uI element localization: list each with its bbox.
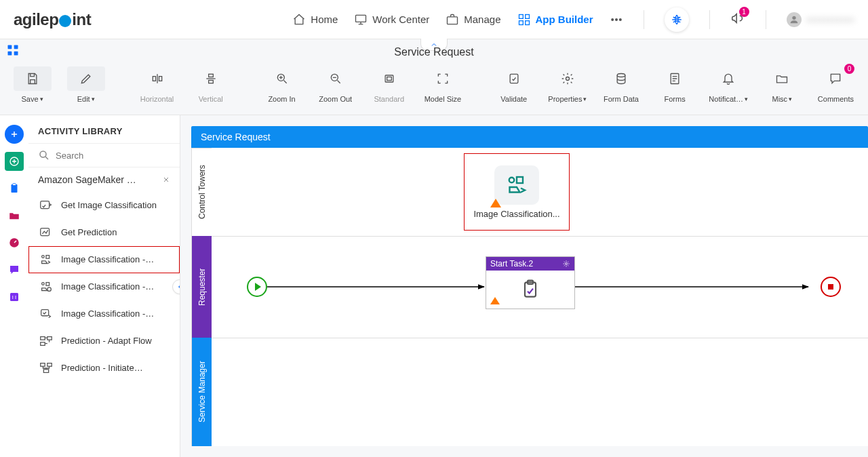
announcements-button[interactable]: 1 [730, 11, 745, 28]
misc-button[interactable]: Misc▾ [758, 66, 806, 103]
zoom-model-size-button[interactable]: Model Size [418, 66, 467, 103]
canvas-activity-label: Image Classification... [473, 209, 559, 219]
layout-horizontal-icon [138, 66, 176, 91]
rail-add-button[interactable] [5, 125, 24, 144]
app-switcher-button[interactable] [0, 43, 26, 57]
svg-rect-36 [46, 256, 50, 259]
forms-button[interactable]: Forms [651, 66, 699, 103]
logo: agilep int [14, 10, 91, 29]
activity-label: Image Classification -… [61, 309, 154, 319]
svg-point-23 [566, 77, 569, 81]
nav-work-center[interactable]: Work Center [354, 13, 429, 26]
svg-rect-48 [517, 177, 523, 183]
search-input[interactable] [56, 151, 170, 161]
nav-home[interactable]: Home [292, 13, 338, 26]
properties-button[interactable]: Properties▾ [543, 66, 591, 103]
svg-point-37 [42, 283, 45, 285]
activity-search[interactable] [28, 143, 180, 167]
svg-rect-1 [448, 16, 458, 24]
zoom-in-button[interactable]: Zoom In [258, 66, 306, 103]
start-node[interactable] [247, 277, 267, 297]
rail-folder-button[interactable] [5, 206, 24, 225]
rail-dashboard-button[interactable] [5, 233, 24, 252]
form-data-button[interactable]: Form Data [597, 66, 645, 103]
play-icon [255, 283, 261, 291]
activity-get-prediction[interactable]: Get Prediction [28, 219, 180, 246]
stop-icon [828, 284, 833, 290]
svg-point-24 [617, 74, 625, 77]
user-menu[interactable]: xxxxxxxxxxx [787, 12, 855, 27]
activity-category[interactable]: Amazon SageMaker … [38, 174, 136, 185]
lane-control-towers[interactable]: Control Towers [191, 148, 212, 236]
svg-rect-2 [519, 14, 523, 18]
activity-library-sidebar: ACTIVITY LIBRARY Amazon SageMaker … Get … [28, 115, 180, 457]
save-button[interactable]: Save▾ [8, 66, 56, 103]
gear-icon[interactable] [562, 260, 570, 268]
svg-rect-33 [41, 201, 50, 209]
svg-point-39 [47, 287, 52, 292]
save-icon [14, 66, 52, 91]
svg-point-9 [792, 16, 795, 19]
username-text: xxxxxxxxxxx [806, 14, 855, 24]
clipboard-check-icon [519, 279, 541, 300]
rail-clipboard-button[interactable] [5, 179, 24, 198]
lane-requester[interactable]: Requester [191, 236, 212, 338]
lane-divider [212, 236, 868, 237]
page-title: Service Request [394, 46, 473, 58]
canvas-header: Service Request [191, 126, 868, 148]
folder-icon [763, 66, 801, 91]
validate-button[interactable]: Validate [490, 66, 538, 103]
activity-prediction-adapt-flow[interactable]: Prediction - Adapt Flow [28, 327, 180, 355]
edit-button[interactable]: Edit▾ [62, 66, 110, 103]
activity-image-classification-2[interactable]: Image Classification -… [28, 273, 180, 300]
nav-home-label: Home [311, 14, 338, 25]
svg-text:I I: I I [12, 294, 16, 300]
svg-rect-15 [159, 77, 161, 81]
announce-badge: 1 [739, 7, 749, 17]
svg-rect-0 [356, 15, 366, 22]
bell-icon [709, 66, 747, 91]
activity-icon [38, 252, 54, 268]
activity-icon [38, 279, 54, 295]
svg-point-7 [615, 18, 617, 20]
zoom-in-icon [263, 66, 301, 91]
svg-rect-21 [387, 77, 391, 81]
nav-app-builder[interactable]: App Builder [517, 13, 593, 26]
lane-divider [212, 338, 868, 338]
zoom-out-button[interactable]: Zoom Out [311, 66, 359, 103]
nav-more[interactable] [610, 13, 623, 26]
rail-ai-button[interactable] [5, 152, 24, 171]
activity-label: Image Classification -… [61, 254, 154, 265]
ai-assistant-button[interactable] [665, 7, 689, 32]
svg-rect-44 [41, 363, 45, 367]
activity-image-classification-1[interactable]: Image Classification -… [28, 246, 180, 273]
rail-translate-button[interactable]: I I [5, 287, 24, 306]
notifications-button[interactable]: Notificat…▾ [705, 66, 753, 103]
close-icon[interactable] [162, 176, 170, 184]
nav-manage[interactable]: Manage [446, 13, 500, 26]
edit-icon [67, 66, 105, 91]
layout-horizontal-button[interactable]: Horizontal [133, 66, 181, 103]
activity-label: Image Classification -… [61, 281, 154, 292]
rail-chat-button[interactable] [5, 260, 24, 279]
layout-vertical-button[interactable]: Vertical [186, 66, 235, 103]
nav-work-center-label: Work Center [372, 14, 429, 25]
process-canvas[interactable]: Control Towers Requester Service Manager… [191, 148, 868, 446]
lane-service-manager[interactable]: Service Manager [191, 338, 212, 446]
task-start-task-2[interactable]: Start Task.2 [486, 256, 575, 309]
zoom-standard-button[interactable]: Standard [365, 66, 413, 103]
gear-icon [549, 66, 587, 91]
canvas-activity-image-classification[interactable]: Image Classification... [464, 153, 570, 231]
end-node[interactable] [821, 277, 841, 297]
layout-vertical-icon [192, 66, 230, 91]
activity-get-image-classification[interactable]: Get Image Classification [28, 192, 180, 219]
svg-rect-45 [47, 363, 52, 367]
svg-point-51 [566, 263, 568, 265]
svg-rect-46 [43, 370, 48, 373]
activity-image-classification-3[interactable]: Image Classification -… [28, 300, 180, 327]
activity-prediction-initiate[interactable]: Prediction - Initiate… [28, 355, 180, 382]
svg-point-6 [611, 18, 613, 20]
comments-button[interactable]: 0 Comments [812, 66, 860, 103]
logo-dot-icon [59, 15, 71, 27]
comments-badge: 0 [844, 64, 854, 74]
